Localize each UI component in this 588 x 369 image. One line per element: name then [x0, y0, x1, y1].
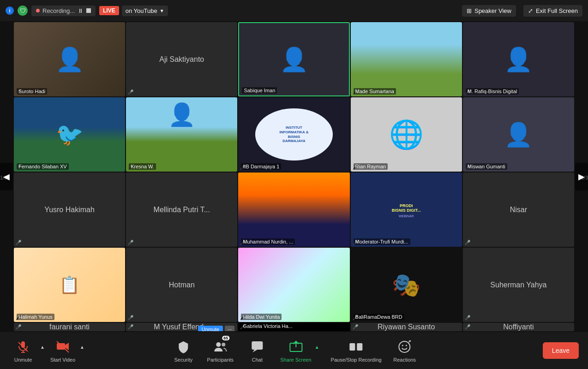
video-cell-rafiq: 👤 🎤 M. Rafiq-Bisnis Digital	[463, 22, 574, 96]
bottom-center-controls: Security 65 Participants Cha	[169, 339, 418, 363]
name-suroto-hadi: Suroto Hadi	[17, 88, 47, 95]
top-bar-right: ⊞ Speaker View ⤢ Exit Full Screen	[462, 5, 582, 17]
unmute-caret[interactable]: ▲	[38, 339, 47, 355]
share-screen-caret[interactable]: ▲	[312, 339, 322, 355]
exit-fullscreen-icon: ⤢	[528, 7, 533, 14]
prev-page-button[interactable]: ◀	[0, 163, 13, 190]
bottom-bar: Unmute ▲ Start Video ▲	[0, 332, 588, 369]
video-cell-hotman: Hotman 🎤	[126, 248, 237, 322]
svg-point-7	[222, 343, 225, 346]
video-caret[interactable]: ▲	[78, 339, 87, 355]
more-button-yusuf[interactable]: ···	[225, 326, 234, 331]
video-cell-darmajaya: INSTITUTINFORMATIKA &BISNISDARMAJAYA 🎤 I…	[238, 97, 349, 172]
name-hotman: Hotman	[169, 281, 195, 289]
speaker-view-icon: ⊞	[467, 7, 472, 14]
name-suherman: Suherman Yahya	[490, 281, 546, 289]
video-cell-aji: Aji Saktiyanto 🎤	[126, 22, 237, 96]
mute-icon-nisar: 🎤	[465, 240, 470, 245]
video-cell-nisar: Nisar 🎤	[463, 173, 574, 247]
reactions-icon	[396, 339, 413, 355]
action-badge-yusuf: Unmute ···	[198, 326, 235, 331]
chevron-down-icon: ▼	[160, 8, 164, 13]
video-cell-gabriela: 🎤 Gabriela Victoria Ha...	[238, 323, 349, 331]
exit-fullscreen-label: Exit Full Screen	[536, 7, 578, 14]
mute-icon-hotman: 🎤	[128, 315, 133, 320]
name-bali: BaliRamaDewa BRD	[354, 314, 404, 320]
video-grid: 👤 🎤 Suroto Hadi Aji Saktiyanto 🎤 👤 Sabiq…	[0, 21, 588, 332]
name-faurani: faurani santi	[49, 323, 90, 331]
youtube-label: on YouTube	[126, 7, 157, 14]
name-darmajaya: IIB Darmajaya 1	[241, 163, 281, 170]
name-rian: Rian Rayman	[354, 163, 388, 170]
svg-point-14	[406, 345, 407, 346]
name-hilda: Hilda Dwi Yunita	[241, 314, 282, 320]
video-cell-faurani: faurani santi 🎤	[14, 323, 125, 331]
name-made: Made Sumartana	[354, 88, 396, 95]
video-cell-yusro: Yusro Hakimah 🎤	[14, 173, 125, 247]
participants-button[interactable]: 65 Participants	[206, 339, 234, 363]
video-cell-halimah: 📋 🎤 Halimah Yunus	[14, 248, 125, 322]
name-gabriela: Gabriela Victoria Ha...	[241, 323, 294, 329]
name-rafiq: M. Rafiq-Bisnis Digital	[466, 88, 519, 95]
reactions-label: Reactions	[393, 357, 416, 363]
darmajaya-logo: INSTITUTINFORMATIKA &BISNISDARMAJAYA	[255, 108, 333, 161]
reactions-button[interactable]: Reactions	[391, 339, 419, 363]
name-nurdin: Muhammad Nurdin, ...	[241, 238, 295, 245]
name-moderator: Moderator-Trufi Murdi...	[354, 238, 410, 245]
svg-point-6	[216, 342, 221, 347]
recording-dot	[36, 9, 40, 12]
name-aji: Aji Saktiyanto	[159, 55, 204, 64]
video-cell-rian: 🌐 🎤 Rian Rayman	[351, 97, 462, 172]
security-button[interactable]: Security	[169, 339, 197, 363]
share-screen-icon	[288, 339, 304, 355]
video-cell-moderator: PRODIBISNIS DIGIT... WEBINAR 🎤 Moderator…	[351, 173, 462, 247]
svg-rect-8	[252, 341, 263, 350]
video-cell-suherman: Suherman Yahya 🎤	[463, 248, 574, 322]
mute-icon-noffiyanti: 🎤	[465, 324, 470, 329]
video-cell-riyawan: Riyawan Susanto 🎤	[351, 323, 462, 331]
share-screen-group: Share Screen ▲	[280, 339, 321, 363]
svg-point-13	[402, 345, 403, 346]
bottom-right-controls: Leave	[543, 342, 579, 359]
participants-label: Participants	[207, 357, 234, 363]
name-nisar: Nisar	[510, 206, 527, 214]
name-kresna: Kresna W.	[129, 163, 156, 170]
bottom-left-controls: Unmute ▲ Start Video ▲	[9, 339, 87, 363]
video-cell-kresna: 👤 🎤 Kresna W.	[126, 97, 237, 172]
speaker-view-button[interactable]: ⊞ Speaker View	[462, 5, 516, 17]
svg-rect-4	[57, 343, 65, 350]
chat-button[interactable]: Chat	[243, 339, 271, 363]
unmute-button-yusuf[interactable]: Unmute	[198, 326, 223, 331]
next-page-button[interactable]: ▶	[575, 163, 588, 190]
top-bar: i 🛡 Recording... ⏸ LIVE on YouTube ▼ ⊞ S…	[0, 0, 588, 21]
exit-fullscreen-button[interactable]: ⤢ Exit Full Screen	[523, 5, 582, 17]
youtube-button[interactable]: on YouTube ▼	[122, 6, 168, 16]
video-cell-suroto-hadi: 👤 🎤 Suroto Hadi	[14, 22, 125, 96]
security-label: Security	[174, 357, 192, 363]
video-cell-sabique: 👤 Sabique Iman	[238, 22, 349, 96]
svg-rect-10	[350, 343, 355, 351]
chat-icon	[249, 339, 265, 355]
unmute-button[interactable]: Unmute	[9, 339, 37, 363]
start-video-button[interactable]: Start Video	[49, 339, 77, 363]
video-cell-noffiyanti: Noffiyanti 🎤	[463, 323, 574, 331]
video-cell-made: 🎤 Made Sumartana	[351, 22, 462, 96]
pause-recording-button[interactable]: Pause/Stop Recording	[331, 339, 382, 363]
unmute-label: Unmute	[14, 357, 32, 363]
video-cell-fernando: 🐦 🎤 Fernando Silaban XV	[14, 97, 125, 172]
recording-label: Recording...	[42, 7, 75, 14]
pause-recording-label: Pause/Stop Recording	[331, 357, 382, 363]
info-icon[interactable]: i	[6, 6, 14, 15]
video-cell-yusuf: M Yusuf Effend... Unmute ··· 🎤	[126, 323, 237, 331]
recording-button[interactable]: Recording... ⏸	[31, 6, 96, 16]
leave-button[interactable]: Leave	[543, 342, 579, 359]
svg-point-12	[399, 341, 410, 352]
share-screen-button[interactable]: Share Screen	[280, 339, 311, 363]
name-miswan: Miswan Gumanti	[466, 163, 507, 170]
video-grid-container: ◀ 1/3 ▶ 1/3 👤 🎤 Suroto Hadi Aji Saktiyan…	[0, 21, 588, 332]
participants-icon: 65	[212, 339, 228, 355]
share-screen-label: Share Screen	[280, 357, 311, 363]
shield-icon: 🛡	[18, 6, 28, 16]
mute-icon-riyawan: 🎤	[353, 324, 358, 329]
name-riyawan: Riyawan Susanto	[378, 323, 435, 331]
